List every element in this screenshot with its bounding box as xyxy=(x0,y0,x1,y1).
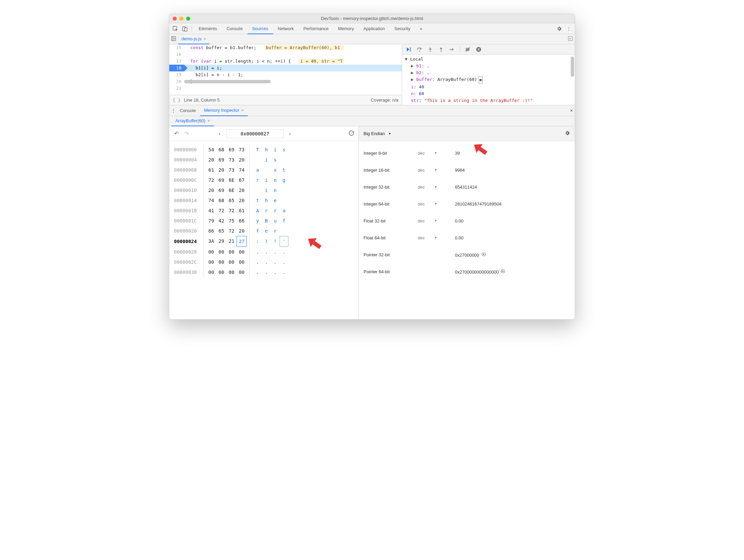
address-input[interactable] xyxy=(226,129,284,138)
chevron-down-icon: ▼ xyxy=(388,132,391,135)
chevron-down-icon: ▼ xyxy=(434,236,437,239)
tab-network[interactable]: Network xyxy=(273,23,299,34)
tab-elements[interactable]: Elements xyxy=(194,23,222,34)
inspect-element-icon[interactable] xyxy=(171,24,180,34)
chevron-down-icon: ▼ xyxy=(434,185,437,189)
kebab-menu-icon[interactable]: ⋮ xyxy=(564,24,573,34)
memory-row[interactable]: 0000001841727261Arra xyxy=(174,206,354,216)
memory-row[interactable]: 0000002C00000000.... xyxy=(174,257,354,267)
jump-to-address-icon[interactable] xyxy=(501,270,505,275)
code-line[interactable]: 18 b1[i] = i; xyxy=(169,65,402,71)
memory-row[interactable]: 0000002066657220fer xyxy=(174,226,354,236)
code-line[interactable]: 21 xyxy=(169,85,402,92)
memory-row[interactable]: 0000003000000000.... xyxy=(174,267,354,277)
value-type-label: Float 64-bit xyxy=(364,235,418,240)
more-tabs-icon[interactable] xyxy=(568,36,573,42)
pause-on-exceptions-icon[interactable] xyxy=(476,46,482,52)
memory-row[interactable]: 0000002800000000.... xyxy=(174,247,354,257)
file-tab-demo-js[interactable]: demo-js.js × xyxy=(178,34,210,44)
step-over-icon[interactable] xyxy=(416,46,422,52)
svg-point-8 xyxy=(441,50,442,51)
value-type-label: Integer 32-bit xyxy=(364,185,418,190)
settings-icon[interactable] xyxy=(554,24,564,34)
kebab-menu-icon[interactable]: ⋮ xyxy=(171,108,176,113)
code-line[interactable]: 16 xyxy=(169,51,402,58)
scope-variable[interactable]: i: 40 xyxy=(405,84,572,90)
code-line[interactable]: 15const buffer = b1.buffer; buffer = Arr… xyxy=(169,44,402,51)
code-line[interactable]: 17for (var i = str.length; i < n; ++i) {… xyxy=(169,58,402,65)
format-select[interactable]: dec▼ xyxy=(418,218,455,223)
memory-row[interactable]: 0000001C79427566yBuf xyxy=(174,216,354,226)
value-display: 0.00 xyxy=(455,218,463,223)
step-into-icon[interactable] xyxy=(427,46,433,52)
memory-row[interactable]: 0000000C72696E67ring xyxy=(174,175,354,185)
tab-security[interactable]: Security xyxy=(390,23,415,34)
buffer-tab[interactable]: ArrayBuffer(60) × xyxy=(171,116,214,126)
svg-rect-2 xyxy=(184,28,187,31)
endianness-select[interactable]: Big Endian ▼ xyxy=(364,131,391,136)
format-select[interactable]: dec▼ xyxy=(418,201,455,207)
value-display: 0.00 xyxy=(455,235,463,240)
drawer-tabs: ⋮ ConsoleMemory Inspector × × xyxy=(169,105,575,116)
memory-row[interactable]: 0000001474686520the xyxy=(174,195,354,206)
tab-application[interactable]: Application xyxy=(359,23,390,34)
scope-variable[interactable]: ▶ buffer: ArrayBuffer(60)▦ xyxy=(405,76,572,84)
format-select[interactable]: dec▼ xyxy=(418,151,455,156)
code-editor[interactable]: 15const buffer = b1.buffer; buffer = Arr… xyxy=(169,44,402,105)
memory-row[interactable]: 0000000054686973This xyxy=(174,145,354,155)
tab-sources[interactable]: Sources xyxy=(247,23,273,34)
scope-variable[interactable]: n: 60 xyxy=(405,90,572,97)
close-icon[interactable]: × xyxy=(207,118,210,123)
memory-row[interactable]: 000000243A292127:)!' xyxy=(174,236,354,247)
pretty-print-icon[interactable]: { } xyxy=(173,98,180,103)
jump-to-address-icon[interactable] xyxy=(481,253,486,258)
value-type-label: Float 32-bit xyxy=(364,218,418,223)
refresh-icon[interactable] xyxy=(348,130,355,137)
tab-memory[interactable]: Memory xyxy=(333,23,359,34)
format-select[interactable]: dec▼ xyxy=(418,235,455,240)
scope-variable[interactable]: str: "This is a string in the ArrayBuffe… xyxy=(405,97,572,104)
coverage-status: Coverage: n/a xyxy=(371,98,398,103)
drawer-tab-memory-inspector[interactable]: Memory Inspector × xyxy=(200,105,248,116)
code-line[interactable]: 19 b2[i] = n - i - 1; xyxy=(169,71,402,78)
value-pane: Big Endian ▼ Integer 8-bitdec▼39Integer … xyxy=(359,126,575,319)
svg-rect-12 xyxy=(478,48,479,51)
deactivate-breakpoints-icon[interactable] xyxy=(465,46,471,52)
memory-row[interactable]: 0000001020696E20 in xyxy=(174,185,354,195)
redo-icon[interactable]: ↷ xyxy=(183,130,190,137)
close-icon[interactable]: × xyxy=(203,36,206,41)
overflow-tabs[interactable]: » xyxy=(415,23,427,34)
tab-console[interactable]: Console xyxy=(222,23,247,34)
value-row: Integer 32-bitdec▼654311424 xyxy=(359,178,575,195)
memory-chip-icon[interactable]: ▦ xyxy=(479,76,483,84)
horizontal-scrollbar[interactable] xyxy=(184,80,400,85)
cursor-position: Line 18, Column 5 xyxy=(184,98,220,103)
value-display: 0x2700000000000000 xyxy=(455,269,505,275)
undo-icon[interactable]: ↶ xyxy=(173,130,180,137)
chevron-down-icon: ▼ xyxy=(434,151,437,155)
close-icon[interactable]: × xyxy=(570,108,573,113)
tab-performance[interactable]: Performance xyxy=(299,23,333,34)
prev-page-icon[interactable]: ‹ xyxy=(216,131,223,137)
drawer-tab-console[interactable]: Console xyxy=(176,105,200,116)
memory-row[interactable]: 0000000861207374a st xyxy=(174,165,354,175)
debugger-toolbar xyxy=(402,44,575,55)
navigator-toggle-icon[interactable] xyxy=(171,36,176,42)
value-type-label: Pointer 32-bit xyxy=(364,252,418,257)
value-row: Integer 64-bitdec▼2810246167479189504 xyxy=(359,195,575,212)
format-select[interactable]: dec▼ xyxy=(418,168,455,173)
step-icon[interactable] xyxy=(449,46,455,52)
scope-variable[interactable]: ▶ b1: … xyxy=(405,63,572,69)
next-page-icon[interactable]: › xyxy=(286,131,294,137)
settings-icon[interactable] xyxy=(565,130,570,137)
device-toolbar-icon[interactable] xyxy=(180,24,190,34)
memory-row[interactable]: 0000000420697320 is xyxy=(174,155,354,165)
scope-variable[interactable]: ▶ b2: … xyxy=(405,69,572,76)
resume-icon[interactable] xyxy=(406,46,412,52)
format-select[interactable]: dec▼ xyxy=(418,185,455,190)
scope-scrollbar[interactable] xyxy=(571,57,574,77)
value-display: 9984 xyxy=(455,168,465,173)
close-icon[interactable]: × xyxy=(241,108,244,113)
step-out-icon[interactable] xyxy=(438,46,444,52)
value-type-label: Integer 16-bit xyxy=(364,168,418,173)
